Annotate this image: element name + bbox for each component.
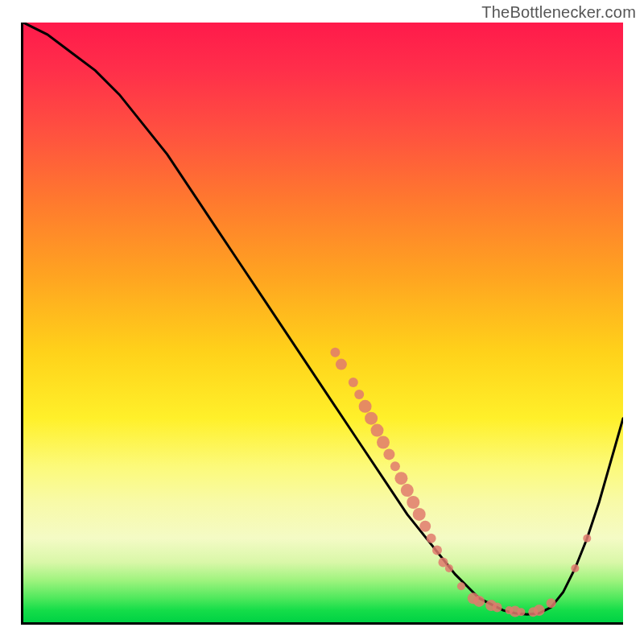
attribution-text: TheBottlenecker.com	[481, 3, 636, 22]
highlight-point	[371, 424, 384, 437]
highlight-point	[349, 378, 358, 387]
highlight-point	[365, 412, 378, 425]
highlight-point	[394, 472, 407, 485]
highlight-points-group	[330, 348, 591, 617]
highlight-point	[390, 461, 400, 471]
highlight-point	[336, 359, 347, 370]
highlight-point	[401, 484, 414, 497]
bottleneck-curve	[23, 23, 623, 614]
highlight-point	[427, 534, 436, 543]
highlight-point	[571, 564, 579, 572]
highlight-point	[383, 448, 394, 460]
highlight-point	[432, 546, 442, 555]
highlight-point	[407, 496, 419, 509]
highlight-point	[517, 608, 525, 616]
highlight-point	[330, 348, 340, 357]
plot-area	[21, 23, 623, 625]
highlight-point	[419, 521, 431, 532]
chart-container: TheBottlenecker.com	[0, 0, 644, 644]
highlight-point	[534, 605, 545, 616]
highlight-point	[493, 602, 502, 612]
highlight-point	[354, 390, 364, 399]
highlight-point	[413, 508, 426, 521]
highlight-point	[583, 535, 591, 543]
highlight-point	[359, 400, 372, 413]
highlight-point	[377, 436, 390, 449]
highlight-point	[457, 582, 465, 590]
highlight-point	[473, 596, 485, 607]
highlight-point	[547, 598, 556, 608]
highlight-point	[445, 564, 453, 572]
curve-layer	[23, 23, 623, 622]
